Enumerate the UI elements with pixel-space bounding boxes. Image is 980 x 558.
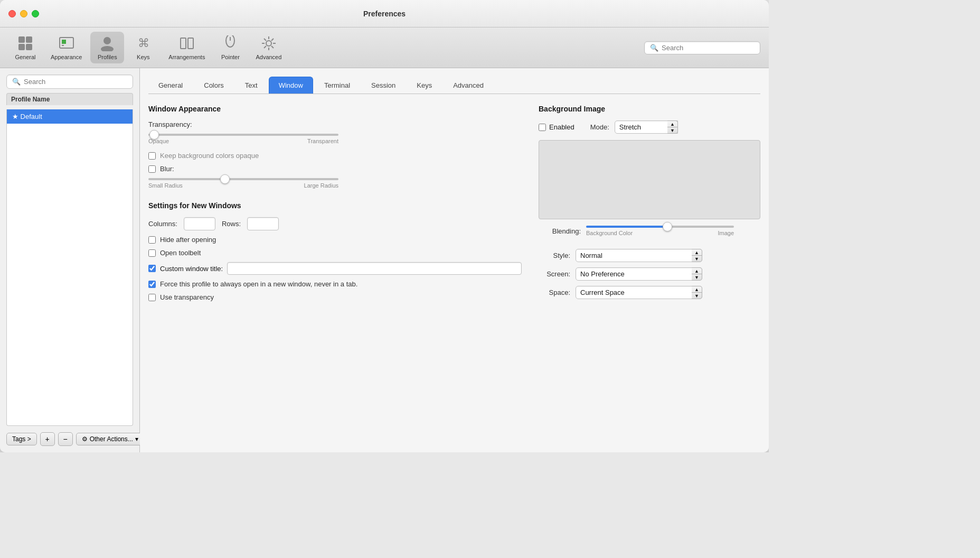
tab-colors[interactable]: Colors: [194, 77, 234, 94]
svg-point-7: [103, 37, 111, 44]
svg-rect-2: [18, 44, 25, 50]
sidebar-search-icon: 🔍: [12, 78, 21, 86]
arrangements-label: Arrangements: [168, 54, 205, 60]
toolbar-advanced[interactable]: Advanced: [249, 32, 288, 63]
mode-select-wrapper: Stretch ▲ ▼: [615, 120, 678, 134]
screen-select[interactable]: No Preference Screen with Cursor Main Sc…: [576, 267, 702, 281]
mode-stepper-down[interactable]: ▼: [667, 127, 677, 133]
transparent-label: Transparent: [307, 138, 338, 144]
sidebar-search-box[interactable]: 🔍: [6, 75, 133, 89]
keep-bg-opaque-checkbox[interactable]: [148, 152, 156, 160]
space-select-wrapper: Current Space All Spaces ▲ ▼: [576, 286, 702, 299]
svg-rect-10: [181, 38, 186, 49]
tab-terminal[interactable]: Terminal: [314, 77, 360, 94]
hide-after-opening-checkbox[interactable]: [148, 236, 156, 244]
other-actions-button[interactable]: ⚙ Other Actions... ▾: [76, 433, 144, 445]
force-new-window-checkbox[interactable]: [148, 281, 156, 288]
preferences-window: Preferences General: [0, 0, 769, 452]
open-toolbelt-label: Open toolbelt: [160, 249, 201, 257]
content-area: Window Appearance Transparency: Opaque: [148, 105, 760, 306]
svg-rect-1: [26, 36, 32, 43]
space-select[interactable]: Current Space All Spaces: [576, 286, 702, 299]
add-profile-button[interactable]: +: [40, 432, 55, 446]
settings-new-windows-section: Settings for New Windows Columns: 100 Ro…: [148, 201, 522, 301]
open-toolbelt-checkbox[interactable]: [148, 249, 156, 257]
advanced-icon: [260, 35, 277, 52]
arrangements-icon: [178, 35, 195, 52]
keep-bg-opaque-row: Keep background colors opaque: [148, 152, 522, 160]
use-transparency-row: Use transparency: [148, 293, 522, 301]
titlebar: Preferences: [0, 0, 769, 27]
tab-text[interactable]: Text: [235, 77, 268, 94]
toolbar-appearance[interactable]: Appearance: [44, 32, 88, 63]
image-label: Image: [718, 230, 734, 236]
use-transparency-label: Use transparency: [160, 293, 214, 301]
blending-slider-area: Background Color Image: [586, 226, 734, 236]
toolbar-general[interactable]: General: [8, 32, 42, 63]
toolbar-keys[interactable]: ⌘ Keys: [126, 32, 160, 63]
svg-point-8: [101, 46, 114, 51]
toolbar-profiles[interactable]: Profiles: [90, 32, 124, 63]
tab-session[interactable]: Session: [361, 77, 406, 94]
general-icon: [17, 35, 34, 52]
bg-image-preview[interactable]: [539, 140, 760, 219]
appearance-icon: [58, 35, 75, 52]
tab-keys[interactable]: Keys: [407, 77, 442, 94]
hide-after-opening-label: Hide after opening: [160, 236, 216, 244]
blending-thumb[interactable]: [663, 222, 672, 231]
tab-window[interactable]: Window: [269, 77, 313, 94]
custom-window-title-input[interactable]: [227, 262, 522, 275]
custom-window-title-checkbox[interactable]: [148, 265, 156, 272]
bg-enabled-checkbox[interactable]: [539, 124, 546, 131]
bg-color-label: Background Color: [586, 230, 633, 236]
profile-list-header: Profile Name: [6, 93, 133, 105]
remove-profile-button[interactable]: −: [58, 432, 73, 446]
blending-track[interactable]: [586, 226, 734, 228]
blending-row: Blending: Background Color Image: [539, 226, 760, 236]
transparency-slider-thumb[interactable]: [149, 130, 159, 140]
large-radius-label: Large Radius: [304, 182, 338, 189]
blur-checkbox[interactable]: [148, 165, 156, 173]
svg-rect-11: [188, 38, 193, 49]
blur-slider-track[interactable]: [148, 178, 338, 180]
new-window-selects: Style: Normal Compact Maximized Fullscre…: [539, 249, 760, 299]
small-radius-label: Small Radius: [148, 182, 183, 189]
sidebar-search-input[interactable]: [24, 78, 127, 86]
toolbar-pointer[interactable]: Pointer: [213, 32, 247, 63]
transparency-row: Transparency:: [148, 120, 522, 128]
tab-advanced[interactable]: Advanced: [443, 77, 494, 94]
blur-slider-labels: Small Radius Large Radius: [148, 182, 338, 189]
keys-icon: ⌘: [135, 35, 152, 52]
use-transparency-checkbox[interactable]: [148, 294, 156, 301]
close-button[interactable]: [8, 10, 16, 17]
mode-stepper[interactable]: ▲ ▼: [667, 120, 678, 134]
left-section: Window Appearance Transparency: Opaque: [148, 105, 522, 306]
maximize-button[interactable]: [32, 10, 39, 17]
transparency-label: Transparency:: [148, 120, 192, 128]
toolbar-search-box[interactable]: 🔍: [644, 41, 760, 54]
blur-slider-thumb[interactable]: [220, 174, 230, 184]
pointer-icon: [222, 35, 239, 52]
sidebar: 🔍 Profile Name ★ Default Tags > + − ⚙ Ot…: [0, 68, 140, 452]
mode-stepper-up[interactable]: ▲: [667, 121, 677, 127]
window-appearance-title: Window Appearance: [148, 105, 522, 113]
tags-button[interactable]: Tags >: [6, 433, 37, 445]
columns-input[interactable]: 100: [184, 217, 215, 230]
svg-line-19: [264, 39, 266, 41]
transparency-slider-track[interactable]: [148, 134, 338, 136]
appearance-label: Appearance: [51, 54, 82, 60]
toolbar-items: General Appearance: [8, 32, 642, 63]
toolbar-search-input[interactable]: [662, 44, 755, 52]
settings-new-windows-title: Settings for New Windows: [148, 201, 522, 210]
profile-item-default[interactable]: ★ Default: [7, 109, 133, 124]
minimize-button[interactable]: [20, 10, 27, 17]
toolbar-arrangements[interactable]: Arrangements: [162, 32, 211, 63]
svg-rect-6: [62, 45, 64, 46]
style-row: Style: Normal Compact Maximized Fullscre…: [539, 249, 760, 262]
style-select[interactable]: Normal Compact Maximized Fullscreen: [576, 249, 702, 262]
rows-input[interactable]: 25: [247, 217, 279, 230]
sidebar-bottom: Tags > + − ⚙ Other Actions... ▾: [6, 430, 133, 446]
custom-window-title-row: Custom window title:: [148, 262, 522, 275]
columns-rows-row: Columns: 100 Rows: 25: [148, 217, 522, 230]
tab-general[interactable]: General: [148, 77, 193, 94]
